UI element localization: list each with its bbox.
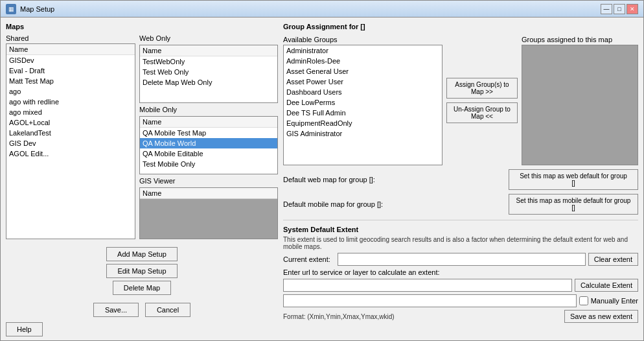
save-new-extent-button[interactable]: Save as new extent [564,310,638,323]
assigned-groups-section: Groups assigned to this map [522,36,638,165]
shared-label: Shared [6,34,135,42]
maximize-button[interactable]: □ [614,4,625,14]
url-input-row: Calculate Extent [283,279,638,292]
set-web-default-line2: [] [571,180,575,187]
default-web-map-row: Default web map for group []: Set this m… [283,169,638,190]
list-item[interactable]: Test Web Only [140,67,277,77]
list-item[interactable]: QA Mobile Test Map [140,128,277,138]
list-item[interactable]: Asset General User [284,66,442,76]
map-setup-window: ▦ Map Setup — □ ✕ Maps Shared Name GISDe… [0,0,644,341]
current-extent-input[interactable] [338,253,586,266]
window-controls: — □ ✕ [601,4,638,14]
list-item[interactable]: LakelandTest [6,128,135,138]
edit-map-setup-button[interactable]: Edit Map Setup [106,264,177,278]
list-item[interactable]: Eval - Draft [6,65,135,76]
group-assignment-header: Group Assignment for [] [283,23,638,30]
gis-viewer-list[interactable]: Name [139,187,278,239]
web-only-name-header: Name [140,45,277,56]
mobile-only-list[interactable]: Name QA Mobile Test Map QA Mobile World … [139,116,278,174]
list-item[interactable]: QA Mobile Editable [140,148,277,159]
list-item[interactable]: ago [6,86,135,97]
shared-name-header: Name [6,44,135,55]
list-item[interactable]: ago with redline [6,97,135,107]
bottom-buttons: Save... Cancel [6,303,278,317]
add-map-setup-button[interactable]: Add Map Setup [106,247,178,261]
window-title: Map Setup [20,5,54,13]
mobile-only-section: Mobile Only Name QA Mobile Test Map QA M… [139,106,278,174]
shared-section: Shared Name GISDev Eval - Draft Matt Tes… [6,34,135,239]
list-item[interactable]: Test Mobile Only [140,159,277,169]
left-panel: Maps Shared Name GISDev Eval - Draft Mat… [6,23,278,335]
help-row: Help [6,322,278,336]
third-extent-input[interactable] [283,294,577,307]
list-item[interactable]: Matt Test Map [6,76,135,86]
list-item[interactable]: TestWebOnly [140,56,277,67]
divider [283,220,638,220]
title-bar-left: ▦ Map Setup [6,4,54,14]
list-item[interactable]: AdminRoles-Dee [284,56,442,66]
current-extent-label: Current extent: [283,255,335,263]
set-mobile-default-line2: [] [571,204,575,211]
list-item[interactable]: GIS Dev [6,138,135,148]
list-item[interactable]: GIS Administrator [284,128,442,139]
set-web-default-button[interactable]: Set this map as web default for group [] [509,169,638,190]
manually-enter-checkbox[interactable] [579,296,588,305]
list-item[interactable]: Delete Map Web Only [140,77,277,88]
assign-group-button[interactable]: Assign Group(s) to Map >> [446,78,518,99]
map-icon: ▦ [6,4,16,14]
group-assignment-row: Available Groups Administrator AdminRole… [283,36,638,165]
list-item[interactable]: Dee LowPerms [284,97,442,108]
system-default-section: System Default Extent This extent is use… [283,226,638,323]
list-item[interactable]: AGOL+Local [6,117,135,128]
available-groups-section: Available Groups Administrator AdminRole… [283,36,443,165]
list-item[interactable]: GISDev [6,55,135,65]
maps-label: Maps [6,23,278,30]
gis-viewer-name-header: Name [140,188,277,199]
cancel-button[interactable]: Cancel [145,303,190,317]
calculate-extent-button[interactable]: Calculate Extent [575,279,638,292]
right-sublists: Web Only Name TestWebOnly Test Web Only … [139,34,278,239]
list-item[interactable]: Dee TS Full Admin [284,108,442,118]
list-item[interactable]: Dashboard Users [284,87,442,97]
help-button[interactable]: Help [6,322,43,336]
list-item[interactable]: Asset Power User [284,76,442,87]
manually-enter-label: Manually Enter [591,297,638,305]
web-only-section: Web Only Name TestWebOnly Test Web Only … [139,34,278,103]
current-extent-row: Current extent: Clear extent [283,253,638,266]
format-label: Format: (Xmin,Ymin,Xmax,Ymax,wkid) [283,313,395,320]
web-only-label: Web Only [139,34,278,42]
url-extent-input[interactable] [283,279,572,292]
assigned-groups-list[interactable] [522,45,638,165]
delete-map-button[interactable]: Delete Map [113,281,171,295]
web-only-list[interactable]: Name TestWebOnly Test Web Only Delete Ma… [139,45,278,103]
gis-viewer-body [140,199,277,239]
default-mobile-map-label: Default mobile map for group []: [283,200,503,208]
list-item[interactable]: ago mixed [6,107,135,117]
action-buttons: Add Map Setup Edit Map Setup Delete Map [6,247,278,295]
list-item[interactable]: Administrator [284,45,442,56]
set-mobile-default-line1: Set this map as mobile default for group [516,197,631,204]
save-button[interactable]: Save... [93,303,139,317]
unassign-group-button[interactable]: Un-Assign Group to Map << [446,102,518,123]
mobile-only-name-header: Name [140,117,277,128]
main-content: Maps Shared Name GISDev Eval - Draft Mat… [1,18,643,340]
close-button[interactable]: ✕ [627,4,638,14]
format-row: Format: (Xmin,Ymin,Xmax,Ymax,wkid) Save … [283,310,638,323]
maps-top-row: Shared Name GISDev Eval - Draft Matt Tes… [6,34,278,239]
system-default-title: System Default Extent [283,226,638,233]
manually-enter-row: Manually Enter [283,294,638,307]
url-extent-row: Enter url to service or layer to calcula… [283,268,638,276]
minimize-button[interactable]: — [601,4,612,14]
right-panel: Group Assignment for [] Available Groups… [283,23,638,335]
title-bar: ▦ Map Setup — □ ✕ [1,1,643,18]
clear-extent-button[interactable]: Clear extent [588,253,638,266]
available-groups-list[interactable]: Administrator AdminRoles-Dee Asset Gener… [283,45,443,165]
set-mobile-default-button[interactable]: Set this map as mobile default for group… [509,194,638,215]
available-groups-label: Available Groups [283,36,443,43]
list-item[interactable]: EquipmentReadOnly [284,118,442,128]
list-item[interactable]: AGOL Edit... [6,148,135,159]
shared-list[interactable]: Name GISDev Eval - Draft Matt Test Map a… [6,43,135,239]
default-web-map-label: Default web map for group []: [283,176,503,183]
gis-viewer-label: GIS Viewer [139,177,278,185]
list-item[interactable]: QA Mobile World [140,138,277,148]
